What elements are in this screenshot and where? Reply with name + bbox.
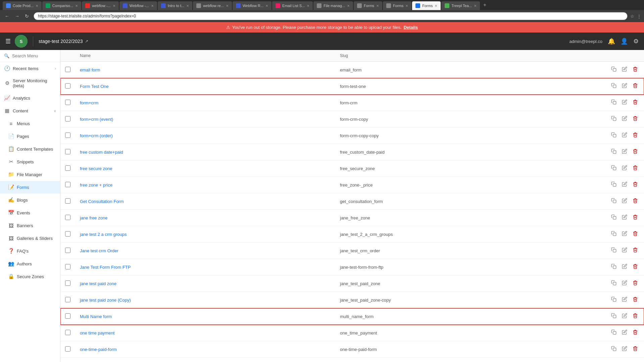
delete-button[interactable] — [631, 164, 639, 173]
tab-email[interactable]: Email List S...✕ — [272, 1, 313, 10]
tab-intro[interactable]: Intro to t...✕ — [158, 1, 193, 10]
row-checkbox[interactable] — [65, 346, 70, 352]
search-input[interactable] — [12, 53, 56, 58]
edit-button[interactable] — [621, 213, 629, 222]
back-button[interactable]: ← — [3, 13, 11, 19]
edit-button[interactable] — [621, 312, 629, 321]
forward-button[interactable]: → — [13, 13, 21, 19]
edit-button[interactable] — [621, 147, 629, 157]
copy-button[interactable] — [610, 131, 618, 140]
sidebar-item-snippets[interactable]: ✂ Snippets — [0, 155, 60, 168]
sidebar-item-menus[interactable]: ≡ Menus — [0, 117, 60, 130]
settings-gear-icon[interactable]: ⚙ — [633, 38, 639, 45]
edit-button[interactable] — [621, 246, 629, 255]
copy-button[interactable] — [610, 229, 618, 239]
edit-button[interactable] — [621, 328, 629, 338]
edit-button[interactable] — [621, 164, 629, 173]
form-name-link[interactable]: one-time-paid-form — [80, 347, 117, 352]
delete-button[interactable] — [631, 295, 639, 305]
edit-button[interactable] — [621, 295, 629, 305]
form-name-link[interactable]: free secure zone — [80, 166, 112, 171]
tab-comparison[interactable]: Compariso...✕ — [42, 1, 81, 10]
sidebar-item-content[interactable]: ▦ Content ∨ — [0, 104, 60, 117]
tab-webflow1[interactable]: webflow -...✕ — [82, 1, 119, 10]
form-name-link[interactable]: Jane Test Form From FTP — [80, 265, 131, 270]
tab-forms2[interactable]: Forms✕ — [383, 1, 411, 10]
hamburger-icon[interactable]: ☰ — [5, 38, 11, 45]
copy-button[interactable] — [610, 345, 618, 354]
copy-button[interactable] — [610, 180, 618, 190]
edit-button[interactable] — [621, 180, 629, 190]
copy-button[interactable] — [610, 312, 618, 321]
tab-forms3-active[interactable]: Forms✕ — [412, 1, 441, 10]
sidebar-item-banners[interactable]: 🖼 Banners — [0, 219, 60, 232]
row-checkbox[interactable] — [65, 100, 70, 105]
copy-button[interactable] — [610, 98, 618, 107]
row-checkbox[interactable] — [65, 231, 70, 237]
tab-code[interactable]: Code Prod...✕ — [3, 1, 42, 10]
sidebar-item-forms[interactable]: 📝 Forms — [0, 181, 60, 194]
delete-button[interactable] — [631, 279, 639, 288]
delete-button[interactable] — [631, 197, 639, 206]
sidebar-item-authors[interactable]: 👥 Authors — [0, 257, 60, 270]
sidebar-item-recent-items[interactable]: 🕐 Recent Items › — [0, 62, 60, 75]
tab-webflowR[interactable]: Webflow R...✕ — [233, 1, 271, 10]
form-name-link[interactable]: Form Test One — [80, 84, 109, 89]
delete-button[interactable] — [631, 312, 639, 321]
sidebar-item-galleries-sliders[interactable]: 🖼 Galleries & Sliders — [0, 232, 60, 245]
row-checkbox[interactable] — [65, 165, 70, 171]
delete-button[interactable] — [631, 65, 639, 74]
form-name-link[interactable]: Get Consultation Form — [80, 199, 124, 204]
copy-button[interactable] — [610, 197, 618, 206]
user-avatar-icon[interactable]: 👤 — [621, 38, 628, 45]
form-name-link[interactable]: free custom date+paid — [80, 150, 123, 155]
sidebar-item-blogs[interactable]: ✍ Blogs — [0, 194, 60, 206]
edit-button[interactable] — [621, 279, 629, 288]
form-name-link[interactable]: jane test 2 a crm groups — [80, 232, 127, 237]
edit-button[interactable] — [621, 197, 629, 206]
row-checkbox[interactable] — [65, 313, 70, 319]
copy-button[interactable] — [610, 279, 618, 288]
external-link-icon[interactable]: ↗ — [85, 39, 88, 44]
address-bar[interactable]: https://stage-test.trialsite.co/admin/fo… — [34, 12, 628, 20]
tab-forms1[interactable]: Forms✕ — [354, 1, 382, 10]
form-name-link[interactable]: form+crm (order) — [80, 133, 113, 138]
row-checkbox[interactable] — [65, 297, 70, 302]
row-checkbox[interactable] — [65, 67, 70, 72]
edit-button[interactable] — [621, 114, 629, 124]
edit-button[interactable] — [621, 345, 629, 354]
copy-button[interactable] — [610, 147, 618, 157]
settings-icon[interactable]: ⋮ — [637, 14, 641, 19]
row-checkbox[interactable] — [65, 149, 70, 154]
copy-button[interactable] — [610, 262, 618, 272]
delete-button[interactable] — [631, 229, 639, 239]
edit-button[interactable] — [621, 131, 629, 140]
form-name-link[interactable]: email form — [80, 67, 100, 72]
copy-button[interactable] — [610, 213, 618, 222]
row-checkbox[interactable] — [65, 330, 70, 335]
delete-button[interactable] — [631, 147, 639, 157]
edit-button[interactable] — [621, 98, 629, 107]
sidebar-item-content-templates[interactable]: 📋 Content Templates — [0, 143, 60, 155]
edit-button[interactable] — [621, 229, 629, 239]
copy-button[interactable] — [610, 114, 618, 124]
row-checkbox[interactable] — [65, 280, 70, 286]
delete-button[interactable] — [631, 262, 639, 272]
row-checkbox[interactable] — [65, 116, 70, 121]
sidebar-item-pages[interactable]: 📄 Pages — [0, 130, 60, 143]
delete-button[interactable] — [631, 82, 639, 91]
form-name-link[interactable]: one time payment — [80, 330, 114, 335]
delete-button[interactable] — [631, 213, 639, 222]
form-name-link[interactable]: jane test paid zone — [80, 281, 116, 286]
delete-button[interactable] — [631, 98, 639, 107]
row-checkbox[interactable] — [65, 182, 70, 187]
sidebar-item-server-monitoring[interactable]: ⚙ Server Monitoring (beta) — [0, 75, 60, 92]
bookmark-icon[interactable]: ☆ — [630, 14, 634, 19]
tab-webflow3[interactable]: webflow re...✕ — [193, 1, 232, 10]
sidebar-item-analytics[interactable]: 📈 Analytics — [0, 92, 60, 104]
delete-button[interactable] — [631, 246, 639, 255]
form-name-link[interactable]: free zone + price — [80, 183, 112, 188]
tab-filemgr[interactable]: File manag...✕ — [313, 1, 353, 10]
copy-button[interactable] — [610, 65, 618, 74]
tab-webflow2[interactable]: Webflow -...✕ — [119, 1, 157, 10]
